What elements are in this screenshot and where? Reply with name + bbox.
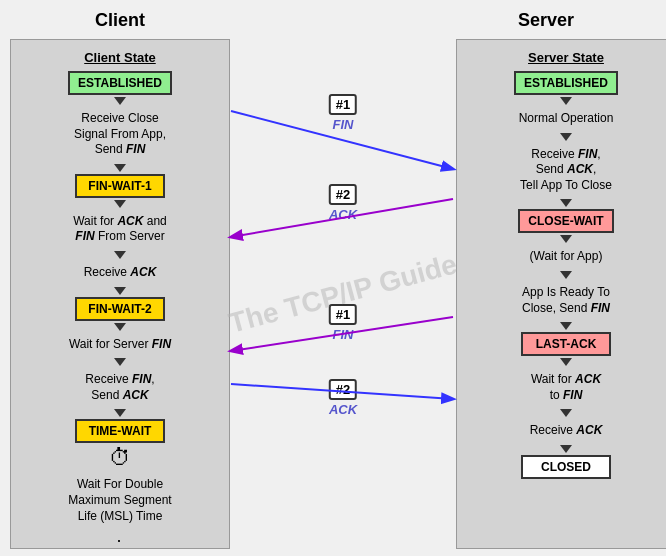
server-arrow-9 [560,445,572,453]
fin2-label: FIN [333,327,354,342]
server-desc-normal-op: Normal Operation [519,111,614,127]
server-desc-app-ready: App Is Ready ToClose, Send FIN [522,285,610,316]
ack1-label: ACK [329,207,357,222]
server-arrow-4 [560,235,572,243]
middle-panel: #1 FIN #2 ACK #1 FIN #2 ACK [230,39,456,549]
ack2-label: ACK [329,402,357,417]
fin1-label: FIN [333,117,354,132]
server-panel: Server State ESTABLISHED Normal Operatio… [456,39,666,549]
server-arrow-1 [560,97,572,105]
client-established-box: ESTABLISHED [68,71,172,95]
server-arrow-7 [560,358,572,366]
server-desc-wait-app: (Wait for App) [530,249,603,265]
desc-wait-ack: Wait for ACK andFIN From Server [73,214,167,245]
client-state-label: Client State [84,50,156,65]
ack1-badge: #2 [329,184,357,205]
diagram-wrapper: Client State ESTABLISHED Receive CloseSi… [10,39,666,549]
arrow-8 [114,409,126,417]
server-arrow-6 [560,322,572,330]
server-desc-wait-ack: Wait for ACKto FIN [531,372,601,403]
server-state-label: Server State [528,50,604,65]
arrow-2 [114,164,126,172]
desc-wait-msl: Wait For DoubleMaximum SegmentLife (MSL)… [68,477,171,524]
ack2-badge: #2 [329,379,357,400]
client-finwait2-box: FIN-WAIT-2 [75,297,165,321]
fin2-badge: #1 [329,304,357,325]
msg-fin1: #1 FIN [329,94,357,132]
server-desc-receive-fin: Receive FIN,Send ACK,Tell App To Close [520,147,612,194]
server-title: Server [518,10,574,30]
desc-close-signal: Receive CloseSignal From App,Send FIN [74,111,166,158]
client-panel: Client State ESTABLISHED Receive CloseSi… [10,39,230,549]
panels-row: Client State ESTABLISHED Receive CloseSi… [10,39,666,549]
desc-wait-server-fin: Wait for Server FIN [69,337,171,353]
server-arrow-2 [560,133,572,141]
server-arrow-5 [560,271,572,279]
client-inner: ESTABLISHED Receive CloseSignal From App… [19,71,221,556]
arrow-5 [114,287,126,295]
arrow-4 [114,251,126,259]
clock-icon: ⏱ [109,445,131,471]
server-desc-receive-ack: Receive ACK [530,423,603,439]
client-finwait1-box: FIN-WAIT-1 [75,174,165,198]
server-inner: ESTABLISHED Normal Operation Receive FIN… [465,71,666,479]
server-closewait-box: CLOSE-WAIT [518,209,613,233]
msg-ack2: #2 ACK [329,379,357,417]
arrow-3 [114,200,126,208]
server-closed-box: CLOSED [521,455,611,479]
desc-receive-ack: Receive ACK [84,265,157,281]
dots-indicator: ····· [116,530,123,556]
client-title: Client [95,10,145,30]
server-lastack-box: LAST-ACK [521,332,611,356]
arrow-1 [114,97,126,105]
client-timewait-box: TIME-WAIT [75,419,165,443]
desc-receive-fin-send-ack: Receive FIN,Send ACK [85,372,154,403]
server-established-box: ESTABLISHED [514,71,618,95]
fin1-badge: #1 [329,94,357,115]
main-container: Client Server Client State ESTABLISHED [0,0,666,556]
msg-ack1: #2 ACK [329,184,357,222]
server-arrow-3 [560,199,572,207]
arrow-7 [114,358,126,366]
arrow-6 [114,323,126,331]
server-arrow-8 [560,409,572,417]
msg-fin2: #1 FIN [329,304,357,342]
title-row: Client Server [10,10,656,31]
